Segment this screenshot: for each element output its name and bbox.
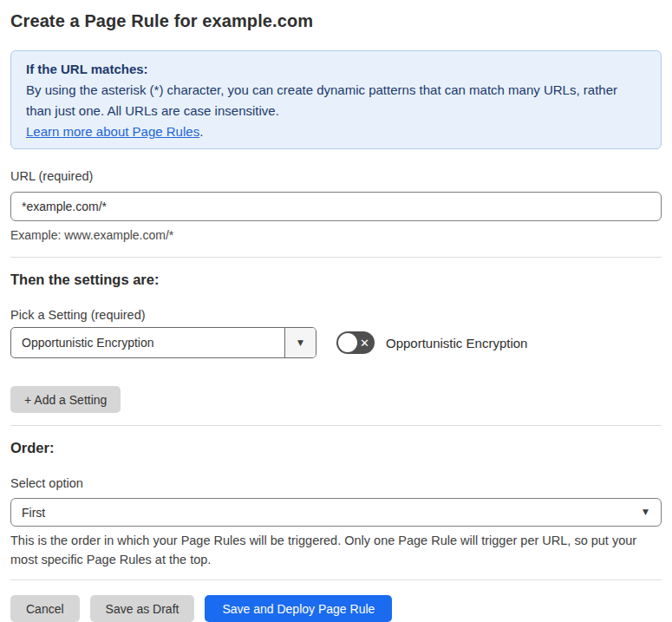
divider [10, 425, 662, 426]
learn-more-link[interactable]: Learn more about Page Rules [26, 124, 199, 139]
url-match-info-box: If the URL matches: By using the asteris… [10, 50, 662, 149]
setting-picker-label: Pick a Setting (required) [10, 307, 662, 323]
cancel-button[interactable]: Cancel [10, 595, 80, 622]
order-description: This is the order in which your Page Rul… [10, 532, 656, 569]
form-actions: Cancel Save as Draft Save and Deploy Pag… [10, 595, 662, 622]
add-setting-button[interactable]: + Add a Setting [10, 386, 121, 413]
setting-dropdown[interactable]: Opportunistic Encryption ▼ [10, 327, 316, 358]
setting-dropdown-arrow-button[interactable]: ▼ [284, 328, 316, 357]
info-box-body: By using the asterisk (*) character, you… [26, 80, 646, 121]
toggle-knob [338, 333, 357, 352]
order-heading: Order: [10, 439, 662, 456]
info-box-heading: If the URL matches: [26, 59, 646, 80]
order-select-value: First [22, 506, 643, 520]
select-arrow-icon: ▼ [643, 508, 649, 516]
divider [10, 257, 662, 258]
save-draft-button[interactable]: Save as Draft [90, 595, 195, 622]
info-box-link-line: Learn more about Page Rules. [26, 121, 646, 142]
setting-dropdown-value: Opportunistic Encryption [11, 328, 284, 357]
url-input[interactable] [10, 192, 662, 221]
divider [10, 579, 662, 580]
url-hint: Example: www.example.com/* [10, 227, 662, 243]
opportunistic-encryption-toggle[interactable]: ✕ [336, 331, 375, 354]
order-select-label: Select option [10, 475, 662, 491]
setting-row: Opportunistic Encryption ▼ ✕ Opportunist… [10, 327, 662, 358]
page-title: Create a Page Rule for example.com [10, 10, 662, 31]
save-deploy-button[interactable]: Save and Deploy Page Rule [205, 595, 392, 622]
url-label: URL (required) [10, 168, 662, 184]
order-select[interactable]: First ▼ [10, 498, 662, 527]
toggle-label: Opportunistic Encryption [386, 336, 527, 350]
chevron-down-icon: ▼ [297, 339, 303, 347]
link-suffix: . [199, 124, 203, 139]
settings-heading: Then the settings are: [10, 271, 662, 288]
toggle-off-x-icon: ✕ [360, 337, 369, 349]
create-page-rule-form: Create a Page Rule for example.com If th… [0, 10, 672, 622]
